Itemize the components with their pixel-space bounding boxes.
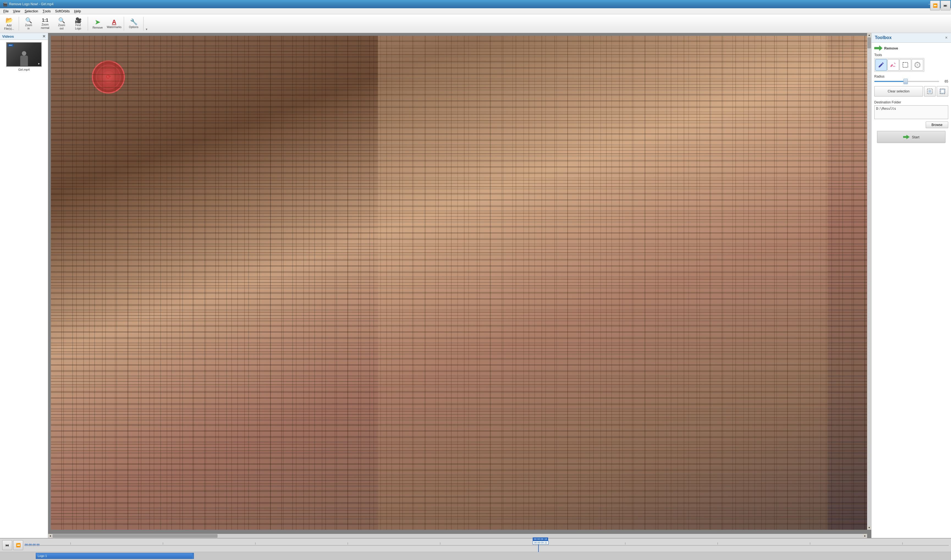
radius-slider-thumb[interactable]	[903, 78, 908, 84]
scroll-thumb-v[interactable]	[867, 37, 871, 48]
menu-help[interactable]: Help	[72, 8, 83, 14]
toolbar: 📂 AddFile(s)... 🔍 Zoomin 1:1 Zoomnormal …	[0, 14, 951, 33]
remove-section-label: Remove	[884, 46, 898, 50]
timeline-next-button[interactable]: ⏩	[930, 0, 940, 11]
start-label: Start	[912, 135, 919, 139]
toolbar-separator-3	[124, 17, 124, 31]
timeline-ruler-line	[24, 545, 949, 546]
timeline: ⏮ ⏪ 00:00:00 00	[0, 538, 951, 560]
brick-pattern	[51, 36, 868, 530]
options-icon: 🔧	[130, 19, 137, 25]
window-title: Remove Logo Now! - Girl.mp4	[9, 2, 926, 6]
scroll-thumb-h[interactable]	[52, 534, 217, 538]
pen-icon	[878, 62, 885, 68]
start-button[interactable]: Start	[877, 131, 945, 143]
logo-clip[interactable]: Logo 1	[36, 553, 194, 559]
eraser-icon	[890, 62, 897, 68]
svg-rect-3	[928, 90, 931, 93]
select-all-button[interactable]	[924, 86, 936, 97]
remove-button[interactable]: ➤ Remove	[90, 15, 106, 32]
watermarks-button[interactable]: A Watermarks	[106, 15, 122, 32]
select-all-icon	[927, 88, 933, 94]
videos-panel-header: Videos ✕	[0, 33, 48, 40]
scroll-up-button[interactable]: ▲	[867, 33, 871, 37]
timeline-end-button[interactable]: ⏭	[940, 0, 951, 11]
list-item[interactable]: BBC ▶ Girl.mp4	[0, 40, 48, 74]
logo-track: Logo 1	[0, 552, 951, 560]
logo-clip-handle-right[interactable]	[192, 553, 194, 558]
rect-select-tool-button[interactable]	[900, 59, 911, 71]
menubar: File View Selection Tools SoftOrbits Hel…	[0, 8, 951, 14]
timeline-ticks	[24, 542, 949, 545]
timeline-end-buttons: ⏩ ⏭	[929, 0, 951, 11]
menu-tools[interactable]: Tools	[40, 8, 53, 14]
tools-row	[874, 58, 924, 72]
remove-label: Remove	[92, 26, 103, 29]
rect-select-icon	[902, 62, 909, 68]
marker-time-label: 00:00:09 22	[533, 541, 549, 545]
options-button[interactable]: 🔧 Options	[126, 15, 142, 32]
add-files-label: AddFile(s)...	[4, 24, 14, 31]
timeline-start-button[interactable]: ⏮	[2, 540, 12, 550]
pen-tool-button[interactable]	[876, 59, 887, 71]
current-time-label: 00:00:09 18	[533, 537, 548, 541]
timeline-prev-button[interactable]: ⏪	[13, 540, 23, 550]
main-area: Videos ✕ BBC ▶	[0, 33, 951, 538]
playhead-line	[538, 545, 539, 553]
add-files-icon: 📂	[6, 17, 13, 23]
video-frame: ⟳	[51, 36, 868, 530]
menu-file[interactable]: File	[1, 8, 11, 14]
menu-view[interactable]: View	[11, 8, 22, 14]
browse-button[interactable]: Browse	[926, 122, 948, 128]
zoom-out-label: Zoomout	[58, 24, 65, 30]
toolbox-content: Remove Tools	[871, 43, 951, 538]
remove-arrow-icon	[874, 45, 883, 51]
zoom-in-button[interactable]: 🔍 Zoomin	[21, 15, 37, 32]
titlebar: 🎬 Remove Logo Now! - Girl.mp4 − □ ✕	[0, 0, 951, 8]
add-files-button[interactable]: 📂 AddFile(s)...	[1, 15, 17, 32]
find-logo-icon: 🎥	[75, 18, 82, 23]
zoom-normal-label: Zoomnormal	[41, 23, 49, 30]
timeline-controls: ⏮ ⏪ 00:00:00 00	[0, 538, 951, 552]
radius-row: 65	[874, 80, 948, 83]
tools-label: Tools	[874, 53, 948, 57]
toolbox-panel: Toolbox ✕ Remove Tools	[871, 33, 951, 538]
eraser-tool-button[interactable]	[888, 59, 899, 71]
app-icon: 🎬	[3, 2, 8, 6]
video-filename: Girl.mp4	[18, 68, 30, 71]
zoom-in-label: Zoomin	[25, 24, 32, 30]
zoom-out-button[interactable]: 🔍 Zoomout	[54, 15, 69, 32]
clear-selection-row: Clear selection	[874, 86, 948, 97]
toolbox-header: Toolbox ✕	[871, 33, 951, 43]
zoom-normal-button[interactable]: 1:1 Zoomnormal	[37, 15, 53, 32]
canvas-area[interactable]: ⟳ ▲ ▼	[48, 33, 871, 538]
toolbox-title: Toolbox	[875, 35, 892, 40]
invert-selection-icon	[939, 88, 945, 94]
videos-panel-close[interactable]: ✕	[42, 34, 46, 38]
radius-slider-track[interactable]	[874, 81, 939, 82]
toolbox-close[interactable]: ✕	[945, 36, 948, 40]
vertical-scrollbar: ▲ ▼	[867, 33, 871, 530]
svg-rect-5	[941, 90, 944, 93]
invert-selection-button[interactable]	[937, 86, 948, 97]
timeline-ruler-area: 00:00:00 00 00:00:09 18 00:00:	[24, 538, 949, 552]
clear-selection-button[interactable]: Clear selection	[874, 86, 923, 97]
find-logo-button[interactable]: 🎥 FindLogo	[70, 15, 86, 32]
scroll-down-button[interactable]: ▼	[867, 526, 871, 530]
menu-selection[interactable]: Selection	[22, 8, 40, 14]
menu-softorbits[interactable]: SoftOrbits	[53, 8, 72, 14]
find-logo-label: FindLogo	[75, 24, 81, 30]
destination-folder-label: Destination Folder	[874, 100, 948, 104]
remove-icon: ➤	[95, 18, 101, 26]
lasso-tool-button[interactable]	[912, 59, 923, 71]
video-thumbnail: BBC ▶	[6, 42, 42, 67]
options-label: Options	[129, 26, 138, 29]
toolbar-chevron[interactable]: ▼	[145, 28, 148, 31]
radius-slider-fill	[874, 81, 903, 82]
scroll-left-button[interactable]: ◄	[48, 534, 52, 538]
videos-panel: Videos ✕ BBC ▶	[0, 33, 48, 538]
playhead-area: 00:00:09 18 00:00:09 22	[533, 537, 549, 553]
scroll-right-button[interactable]: ►	[863, 534, 867, 538]
destination-folder-input[interactable]	[874, 105, 948, 119]
watermarks-icon: A	[112, 19, 116, 25]
